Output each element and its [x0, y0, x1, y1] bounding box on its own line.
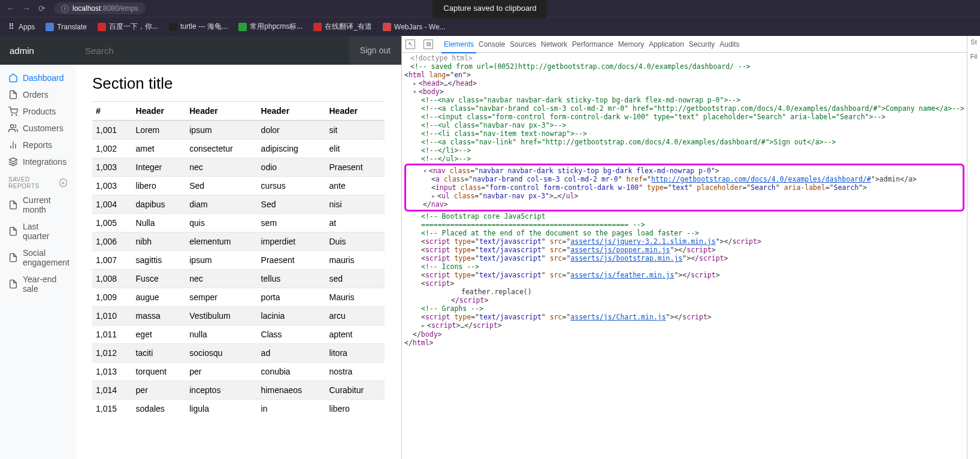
bookmark-item[interactable]: 百度一下，你...	[98, 22, 158, 32]
devtools-tab-application[interactable]: Application	[646, 37, 686, 52]
svg-point-2	[10, 125, 13, 128]
sidebar-item-label: Integrations	[23, 157, 66, 167]
devtools-tab-memory[interactable]: Memory	[616, 37, 646, 52]
table-row: 1,004dapibusdiamSednisi	[92, 195, 385, 214]
svg-point-1	[16, 114, 17, 115]
file-icon	[8, 200, 18, 210]
forward-button[interactable]: →	[20, 2, 32, 14]
info-icon: i	[61, 5, 69, 13]
bookmark-item[interactable]: 在线翻译_有道	[313, 22, 372, 32]
devtools-tab-sources[interactable]: Sources	[507, 37, 539, 52]
table-row: 1,006nibhelementumimperdietDuis	[92, 232, 385, 251]
plus-icon[interactable]: +	[59, 179, 67, 187]
table-row: 1,010massaVestibulumlaciniaarcu	[92, 307, 385, 325]
saved-report-item[interactable]: Last quarter	[0, 218, 75, 244]
toast-notification: Capture saved to clipboard	[432, 0, 547, 19]
section-title: Section title	[92, 71, 385, 102]
bookmark-item[interactable]: turtle --- 海龟...	[169, 22, 228, 32]
orders-icon	[8, 90, 18, 99]
svg-point-0	[11, 114, 12, 115]
device-icon[interactable]: ⧉	[424, 40, 433, 49]
search-input[interactable]	[75, 36, 349, 65]
table-row: 1,003IntegernecodioPraesent	[92, 158, 385, 177]
table-row: 1,012tacitisociosquadlitora	[92, 344, 385, 363]
sidebar-item-label: Customers	[23, 123, 63, 133]
svg-marker-6	[9, 158, 17, 162]
devtools-tab-network[interactable]: Network	[539, 37, 570, 52]
reload-button[interactable]: ⟳	[36, 2, 48, 14]
dashboard-icon	[8, 73, 18, 83]
devtools-tab-elements[interactable]: Elements	[441, 37, 476, 53]
signout-link[interactable]: Sign out	[349, 46, 401, 55]
saved-report-item[interactable]: Social engagement	[0, 244, 75, 271]
table-row: 1,011egetnullaClassaptent	[92, 325, 385, 344]
table-row: 1,008Fuscenectellussed	[92, 270, 385, 288]
navbar: admin Sign out	[0, 36, 401, 65]
bookmarks-bar: ⠿Apps Translate百度一下，你...turtle --- 海龟...…	[0, 17, 980, 36]
sidebar-item-integrations[interactable]: Integrations	[0, 153, 75, 170]
devtools-elements-tree[interactable]: <!doctype html><!-- saved from url=(0052…	[402, 53, 967, 459]
table-header: Header	[326, 102, 385, 120]
saved-reports-heading: SAVED REPORTS+	[0, 170, 75, 192]
inspect-icon[interactable]: ↖	[406, 40, 415, 49]
table-header: #	[92, 102, 132, 120]
sidebar-item-label: Reports	[23, 140, 52, 150]
devtools-tabs: ↖ ⧉ ElementsConsoleSourcesNetworkPerform…	[402, 36, 967, 53]
devtools-tab-audits[interactable]: Audits	[717, 37, 742, 52]
table-row: 1,013torquentperconubianostra	[92, 363, 385, 381]
sidebar-item-products[interactable]: Products	[0, 103, 75, 120]
devtools-side-panel: St Fil	[967, 36, 980, 459]
table-row: 1,003liberoSedcursusante	[92, 177, 385, 195]
back-button[interactable]: ←	[5, 2, 17, 14]
table-row: 1,007sagittisipsumPraesentmauris	[92, 251, 385, 270]
products-icon	[8, 107, 18, 116]
table-row: 1,002ametconsecteturadipiscingelit	[92, 140, 385, 158]
saved-report-item[interactable]: Current month	[0, 192, 75, 218]
table-row: 1,009auguesemperportaMauris	[92, 288, 385, 307]
devtools-tab-performance[interactable]: Performance	[570, 37, 616, 52]
bookmark-item[interactable]: WebJars - We...	[383, 23, 446, 31]
navbar-brand[interactable]: admin	[0, 36, 75, 65]
data-table: #HeaderHeaderHeaderHeader 1,001Loremipsu…	[92, 102, 385, 418]
sidebar-item-reports[interactable]: Reports	[0, 137, 75, 153]
reports-icon	[8, 140, 18, 150]
table-row: 1,014perinceptoshimenaeosCurabitur	[92, 381, 385, 400]
table-header: Header	[258, 102, 326, 120]
file-icon	[8, 253, 18, 262]
table-row: 1,015sodalesligulainlibero	[92, 400, 385, 418]
sidebar-item-label: Dashboard	[23, 73, 64, 83]
table-row: 1,005Nullaquissemat	[92, 214, 385, 232]
content: Section title #HeaderHeaderHeaderHeader …	[75, 65, 401, 459]
sidebar-item-label: Products	[23, 107, 56, 116]
devtools-panel: ↖ ⧉ ElementsConsoleSourcesNetworkPerform…	[401, 36, 980, 459]
saved-report-item[interactable]: Year-end sale	[0, 271, 75, 297]
sidebar-item-label: Orders	[23, 90, 49, 99]
sidebar-item-customers[interactable]: Customers	[0, 120, 75, 137]
page-viewport: admin Sign out DashboardOrdersProductsCu…	[0, 36, 401, 459]
customers-icon	[8, 123, 18, 133]
table-header: Header	[132, 102, 186, 120]
devtools-tab-console[interactable]: Console	[476, 37, 507, 52]
address-bar[interactable]: i localhost:8080/emps	[54, 2, 146, 14]
integrations-icon	[8, 157, 18, 167]
sidebar: DashboardOrdersProductsCustomersReportsI…	[0, 65, 75, 459]
table-header: Header	[186, 102, 257, 120]
file-icon	[8, 227, 18, 236]
apps-button[interactable]: ⠿Apps	[7, 23, 35, 31]
sidebar-item-dashboard[interactable]: Dashboard	[0, 70, 75, 86]
file-icon	[8, 279, 18, 289]
url-host: localhost	[72, 4, 101, 13]
table-row: 1,001Loremipsumdolorsit	[92, 120, 385, 140]
bookmark-item[interactable]: 常用phpcms标...	[238, 22, 303, 32]
sidebar-item-orders[interactable]: Orders	[0, 86, 75, 103]
devtools-tab-security[interactable]: Security	[686, 37, 717, 52]
bookmark-item[interactable]: Translate	[46, 23, 87, 31]
